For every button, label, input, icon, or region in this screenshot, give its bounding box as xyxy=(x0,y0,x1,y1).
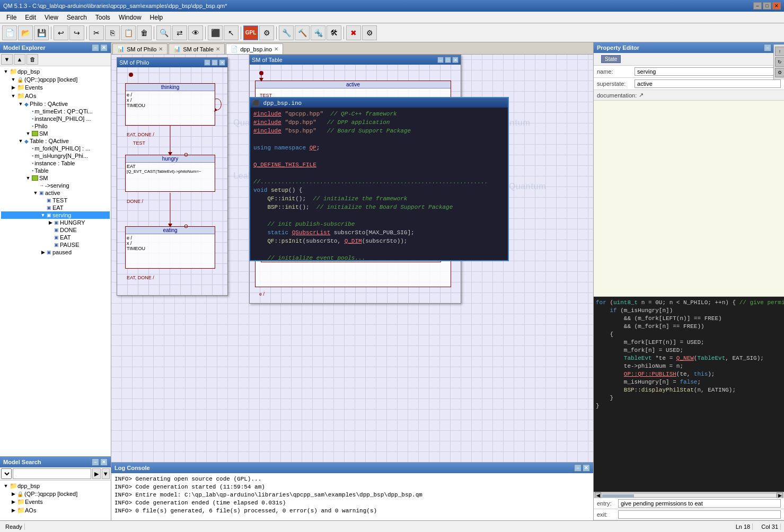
save-btn[interactable]: 💾 xyxy=(34,25,49,40)
tree-timeevt[interactable]: ▪ m_timeEvt : QP::QTi... xyxy=(1,108,110,115)
prop-minimize[interactable]: – xyxy=(764,44,771,51)
exit-input[interactable] xyxy=(618,510,781,519)
entry-input[interactable] xyxy=(618,499,781,508)
search-go-btn[interactable]: ▶ xyxy=(92,468,101,479)
cut-btn[interactable]: ✂ xyxy=(89,25,104,40)
eye-btn[interactable]: 👁 xyxy=(188,25,203,40)
settings-btn[interactable]: ⚙ xyxy=(362,25,377,40)
search-dropdown[interactable] xyxy=(1,468,12,479)
log-close[interactable]: ✕ xyxy=(583,464,590,472)
copy-btn[interactable]: ⎘ xyxy=(105,25,120,40)
tab-dpp-bsp[interactable]: 📄 dpp_bsp.ino ✕ xyxy=(226,43,283,54)
toggle[interactable]: ▼ xyxy=(10,93,17,99)
code-editor-window[interactable]: ⬛ dpp_bsp.ino #include "qpcpp.hpp" // QP… xyxy=(249,97,509,261)
fit-btn[interactable]: ⬛ xyxy=(208,25,223,40)
gpl-btn[interactable]: GPL xyxy=(243,25,258,40)
tree-mfork[interactable]: ▪ m_fork[N_PHILO] : ... xyxy=(1,145,110,152)
tree-qpcpp[interactable]: ▼ 🔒 (QP::)qpcpp [locked] xyxy=(1,76,110,83)
search-close[interactable]: ✕ xyxy=(100,458,108,466)
tree-sm-table[interactable]: ▼ SM xyxy=(1,174,110,182)
tree-events[interactable]: ▶ 📁 Events xyxy=(1,83,110,92)
tool1-btn[interactable]: ⚙ xyxy=(259,25,274,40)
toggle[interactable]: ▶ xyxy=(39,250,47,255)
sm-philo-close[interactable]: ✕ xyxy=(219,59,225,66)
diagram-area[interactable]: Quantum LeaPs Quantum LeaPs Quantum LeaP… xyxy=(111,55,593,462)
tree-done-state[interactable]: ▣ DONE xyxy=(1,226,110,234)
tab-close-philo[interactable]: ✕ xyxy=(158,46,163,52)
exp-delete-btn[interactable]: 🗑 xyxy=(27,54,38,65)
tree-aos[interactable]: ▼ 📁 AOs xyxy=(1,92,110,100)
prop-code-area[interactable]: for (uint8_t n = 0U; n < N_PHILO; ++n) {… xyxy=(594,297,784,492)
tab-sm-philo[interactable]: 📊 SM of Philo ✕ xyxy=(112,43,168,54)
open-btn[interactable]: 📂 xyxy=(18,25,33,40)
select-btn[interactable]: ↖ xyxy=(224,25,239,40)
replace-btn[interactable]: ⇄ xyxy=(172,25,187,40)
paste-btn[interactable]: 📋 xyxy=(121,25,136,40)
sm-philo-window[interactable]: SM of Philo – □ ✕ thinking e / xyxy=(117,57,228,296)
menu-view[interactable]: View xyxy=(40,13,63,22)
menu-file[interactable]: File xyxy=(2,13,21,22)
tab-close-table[interactable]: ✕ xyxy=(216,46,220,52)
menu-search[interactable]: Search xyxy=(63,13,91,22)
close-btn[interactable]: ✕ xyxy=(772,2,781,10)
tree-mishungry[interactable]: ▪ m_isHungry[N_Phi... xyxy=(1,152,110,159)
toggle[interactable]: ▼ xyxy=(10,77,17,82)
tree-table-leaf[interactable]: ▪ Table xyxy=(1,167,110,174)
code-content[interactable]: #include "qpcpp.hpp" // QP-C++ framework… xyxy=(250,108,508,260)
toggle[interactable]: ▼ xyxy=(2,69,10,74)
tree-instance-philo[interactable]: ▪ instance[N_PHILO] ... xyxy=(1,115,110,122)
sm-philo-minimize[interactable]: – xyxy=(204,59,210,66)
doc-textarea[interactable] xyxy=(594,101,784,297)
menu-tools[interactable]: Tools xyxy=(91,13,114,22)
toggle[interactable]: ▼ xyxy=(24,131,32,136)
scroll-left-btn[interactable]: ◀ xyxy=(595,492,601,499)
tree-eat2-state[interactable]: ▣ EAT xyxy=(1,234,110,241)
rt-btn3[interactable]: ⚙ xyxy=(775,68,784,77)
sm-table-restore[interactable]: □ xyxy=(445,57,451,63)
superstate-input[interactable] xyxy=(635,79,781,88)
tree-table[interactable]: ▼ ◆ Table : QActive xyxy=(1,137,110,145)
sm-philo-controls[interactable]: – □ ✕ xyxy=(204,59,225,66)
rt-btn2[interactable]: ↻ xyxy=(775,57,784,67)
tree-serving-init[interactable]: → ->serving xyxy=(1,182,110,189)
explorer-controls[interactable]: – ✕ xyxy=(92,44,108,51)
search-result-qp[interactable]: ▶ 🔒 (QP::)qpcpp [locked] xyxy=(1,490,110,498)
tab-close-ino[interactable]: ✕ xyxy=(274,46,278,52)
tree-sm-philo[interactable]: ▼ SM xyxy=(1,130,110,137)
exp-up-btn[interactable]: ▲ xyxy=(14,54,25,65)
tree-dpp_bsp[interactable]: ▼ 📁 dpp_bsp xyxy=(1,67,110,76)
tool3-btn[interactable]: 🔨 xyxy=(295,25,310,40)
stop-btn[interactable]: ✖ xyxy=(346,25,361,40)
search-options-btn[interactable]: ▼ xyxy=(102,468,110,479)
toggle[interactable]: ▼ xyxy=(24,175,32,181)
tool4-btn[interactable]: 🔩 xyxy=(311,25,325,40)
tree-serving-state[interactable]: ▼ ▣ serving xyxy=(1,211,110,219)
tree-eat-state[interactable]: ▣ EAT xyxy=(1,204,110,211)
search-btn[interactable]: 🔍 xyxy=(156,25,171,40)
tree-test-state[interactable]: ▣ TEST xyxy=(1,197,110,204)
window-controls[interactable]: – □ ✕ xyxy=(753,2,781,10)
log-controls[interactable]: – ✕ xyxy=(574,464,590,472)
toggle[interactable]: ▼ xyxy=(32,190,39,196)
tab-sm-table[interactable]: 📊 SM of Table ✕ xyxy=(169,43,225,54)
tree-philo-leaf[interactable]: ▪ Philo xyxy=(1,122,110,130)
search-minimize[interactable]: – xyxy=(92,458,99,466)
name-input[interactable] xyxy=(635,67,781,76)
sm-table-controls[interactable]: – □ ✕ xyxy=(437,57,459,63)
sm-table-close[interactable]: ✕ xyxy=(452,57,459,63)
search-controls[interactable]: – ✕ xyxy=(92,458,108,466)
scroll-track[interactable] xyxy=(601,493,777,498)
menu-edit[interactable]: Edit xyxy=(21,13,40,22)
menu-help[interactable]: Help xyxy=(146,13,168,22)
toggle[interactable]: ▶ xyxy=(47,220,54,225)
delete-btn[interactable]: 🗑 xyxy=(137,25,152,40)
search-result-aos[interactable]: ▶ 📁 AOs xyxy=(1,506,110,515)
explorer-minimize[interactable]: – xyxy=(92,44,99,51)
prop-scrollbar-h[interactable]: ◀ ▶ xyxy=(594,492,784,498)
log-minimize[interactable]: – xyxy=(574,464,582,472)
new-btn[interactable]: 📄 xyxy=(2,25,17,40)
search-result-events[interactable]: ▶ 📁 Events xyxy=(1,498,110,506)
toggle[interactable]: ▼ xyxy=(17,138,24,144)
sm-philo-restore[interactable]: □ xyxy=(212,59,218,66)
rt-btn1[interactable]: ↑ xyxy=(775,47,784,56)
